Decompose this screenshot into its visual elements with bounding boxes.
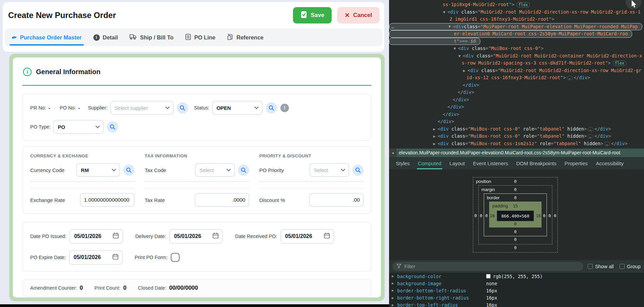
- dom-tree-node[interactable]: ▶<div class="MuiBox-root css-1sm2s1z" ro…: [389, 140, 644, 148]
- dom-tree-node[interactable]: </div>: [389, 89, 644, 96]
- tax-code-select[interactable]: Select: [195, 163, 235, 177]
- dom-tree-node[interactable]: ▶<div class="MuiGrid2-root MuiGrid2-dire…: [389, 67, 644, 74]
- counters-fieldset: Amendment Counter: 0 Print Count: 0 Clos…: [22, 279, 371, 297]
- breadcrumb[interactable]: elevation.MuiPaper-rounded.MuiPaper-elev…: [397, 149, 644, 157]
- status-select[interactable]: OPEN: [212, 101, 262, 115]
- general-information-card: i General Information PR No: - PO No: - …: [9, 54, 385, 301]
- content-size: 866.400×560: [497, 210, 534, 221]
- dom-tree-node[interactable]: </div>: [389, 96, 644, 104]
- discount-input[interactable]: .00: [309, 193, 364, 207]
- tab-layout[interactable]: Layout: [449, 157, 465, 169]
- dom-tree-node[interactable]: </div>: [389, 111, 644, 118]
- po-type-label: PO Type:: [30, 124, 51, 130]
- tax-code-label: Tax Code: [145, 167, 166, 173]
- cancel-button[interactable]: ✕ Cancel: [337, 7, 380, 23]
- priority-column: PRIORITY & DISCOUNT PO Priority Select: [259, 153, 364, 207]
- dom-tree-node[interactable]: id-xs-12 css-16fnxy3-MuiGrid2-root">…</d…: [389, 74, 644, 82]
- list-icon: [185, 34, 191, 41]
- app-header-card: Create New Purchase Order Save ✕ Cancel: [3, 2, 384, 52]
- position-right-value: 0: [552, 213, 558, 218]
- po-priority-select[interactable]: Select: [310, 163, 349, 177]
- dom-tree-node[interactable]: ▶<div class="MuiBox-root css-0" role="ta…: [389, 125, 644, 133]
- position-left-value: 0: [473, 213, 478, 218]
- filter-funnel-icon: [397, 264, 401, 269]
- tab-properties[interactable]: Properties: [565, 157, 588, 169]
- print-po-form-label: Print PO Form:: [135, 255, 168, 260]
- tab-reference[interactable]: Reference: [227, 29, 263, 46]
- tab-event-listeners[interactable]: Event Listeners: [473, 157, 508, 169]
- computed-properties-list: ▶ background-color rgb(255, 255, 255) ▶ …: [389, 273, 644, 307]
- dom-tree-node[interactable]: s-row MuiGrid2-spacing-xs-3 css-dkd71f-M…: [389, 59, 644, 67]
- tax-search-button[interactable]: [238, 165, 249, 176]
- breadcrumb-scroll-left-button[interactable]: ◂: [389, 149, 397, 157]
- date-received-po-label: Date Received PO:: [235, 234, 277, 239]
- delivery-date-input[interactable]: 05/01/2026: [169, 229, 223, 243]
- currency-search-button[interactable]: [123, 165, 134, 176]
- po-type-select[interactable]: PO: [53, 120, 104, 134]
- discount-label: Discount %: [259, 197, 285, 203]
- devtools-sidebar-tabs: Styles Computed Layout Event Listeners D…: [389, 157, 644, 169]
- tab-po-line[interactable]: PO Line: [185, 29, 215, 46]
- date-po-issued-input[interactable]: 05/01/2026: [70, 229, 123, 243]
- computed-row-border-top-left-radius[interactable]: ▶ border-top-left-radius 16px: [389, 302, 644, 307]
- computed-row-border-bottom-left-radius[interactable]: ▶ border-bottom-left-radius 16px: [389, 287, 644, 294]
- general-information-inner: i General Information PR No: - PO No: - …: [13, 57, 381, 297]
- tab-purchase-order-master[interactable]: ✒ Purchase Order Master: [12, 29, 82, 46]
- dom-tree-node[interactable]: er-elevation0 MuiCard-root css-2s58ym-Mu…: [389, 30, 632, 38]
- pr-no-value: -: [49, 105, 50, 111]
- computed-row-border-bottom-right-radius[interactable]: ▶ border-bottom-right-radius 16px: [389, 294, 644, 302]
- position-bottom-value: 0: [513, 245, 518, 250]
- margin-top-value: 0: [514, 187, 517, 192]
- group-checkbox[interactable]: [620, 264, 625, 269]
- dom-tree-node[interactable]: </div>: [389, 103, 644, 111]
- save-button[interactable]: Save: [293, 7, 332, 23]
- priority-header: PRIORITY & DISCOUNT: [259, 153, 364, 158]
- dom-tree-node[interactable]: 2 imgGird1 css-16fnxy3-MuiGrid2-root">: [389, 16, 644, 23]
- po-expire-date-label: PO Expire Date:: [30, 255, 66, 260]
- status-search-button[interactable]: [266, 102, 277, 114]
- dom-tree-node[interactable]: </div>: [389, 118, 644, 125]
- tab-computed[interactable]: Computed: [418, 157, 441, 169]
- dom-tree-node[interactable]: t"> == $0: [389, 38, 480, 45]
- box-model-diagram: position 0 margin 0 border 0 padding 15 …: [473, 177, 558, 253]
- expand-arrow-icon: ▶: [392, 304, 397, 307]
- calendar-icon: [112, 232, 119, 240]
- currency-tax-priority-fieldset: CURRENCY & EXCHANGE Currency Code RM: [22, 146, 371, 214]
- date-received-po-input[interactable]: 05/01/2026: [281, 229, 334, 243]
- priority-search-button[interactable]: [352, 165, 364, 176]
- info-circle-icon: i: [23, 68, 32, 76]
- dom-tree-node[interactable]: ss-1pi8xg4-MuiGrid2-root">flex: [389, 1, 644, 8]
- tab-accessibility[interactable]: Accessibility: [596, 157, 624, 169]
- po-type-search-button[interactable]: [107, 121, 118, 133]
- show-all-checkbox[interactable]: [588, 264, 593, 269]
- currency-code-select[interactable]: RM: [76, 163, 120, 177]
- tax-rate-input[interactable]: .0000: [195, 193, 249, 207]
- dom-tree-node[interactable]: ▶<div class="MuiBox-root css-0" role="ta…: [389, 133, 644, 140]
- tab-styles[interactable]: Styles: [396, 157, 410, 169]
- dom-tree-node[interactable]: ▼<div class="MuiBox-root css-0">: [389, 45, 644, 52]
- dom-tree-node[interactable]: ▼<div class="MuiGrid2-root MuiGrid2-cont…: [389, 52, 644, 60]
- purchase-order-app: Create New Purchase Order Save ✕ Cancel: [0, 0, 389, 307]
- padding-left-value: 16: [490, 213, 495, 218]
- status-label: Status:: [194, 105, 209, 110]
- supplier-search-button[interactable]: [177, 102, 188, 114]
- filter-input[interactable]: Filter: [392, 262, 583, 271]
- margin-left-value: 0: [478, 213, 484, 218]
- print-po-form-checkbox[interactable]: [171, 253, 180, 262]
- dom-tree-node[interactable]: ▼<div class="MuiGrid2-root MuiGrid2-dire…: [389, 8, 644, 16]
- dom-tree-node[interactable]: …▼<div class="MuiPaper-root MuiPaper-ele…: [389, 23, 642, 31]
- currency-header: CURRENCY & EXCHANGE: [30, 153, 134, 158]
- exchange-rate-input[interactable]: 1.00000000000000: [80, 193, 134, 207]
- color-swatch: [486, 274, 491, 278]
- tab-detail[interactable]: i Detail: [93, 29, 118, 46]
- identity-row-2: PO Type: PO: [30, 120, 364, 134]
- supplier-select[interactable]: Select supplier: [110, 101, 173, 115]
- computed-row-background-color[interactable]: ▶ background-color rgb(255, 255, 255): [389, 273, 644, 280]
- calendar-icon: [212, 232, 219, 240]
- dom-tree-node[interactable]: </div>: [389, 82, 644, 89]
- tab-dom-breakpoints[interactable]: DOM Breakpoints: [516, 157, 556, 169]
- tab-ship-bill-to[interactable]: Ship / Bill To: [129, 29, 173, 46]
- header-row: Create New Purchase Order Save ✕ Cancel: [8, 6, 380, 24]
- po-expire-date-input[interactable]: 05/01/2026: [69, 250, 123, 265]
- computed-row-background-image[interactable]: ▶ background-image none: [389, 280, 644, 287]
